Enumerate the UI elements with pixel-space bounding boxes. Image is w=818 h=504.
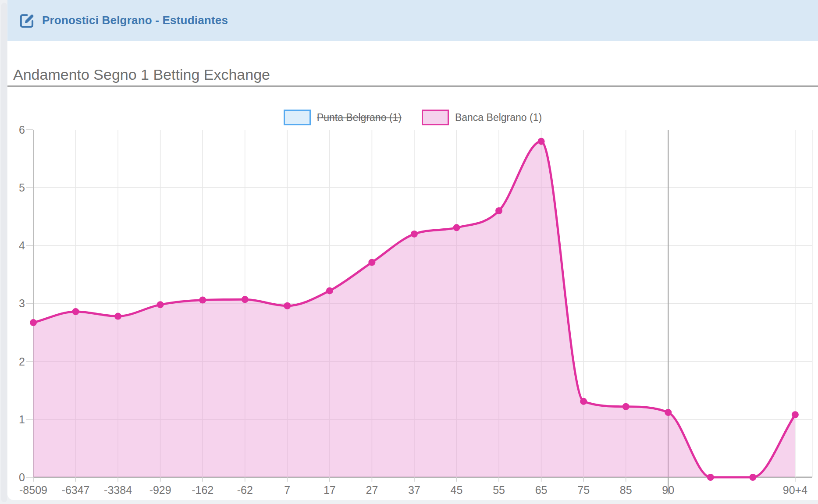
chart-point[interactable] [326,287,333,294]
x-axis-label: 85 [620,484,632,496]
x-axis-label: 17 [324,484,336,496]
chart-point[interactable] [749,474,756,481]
chart-point[interactable] [707,474,714,481]
y-axis-label: 1 [19,413,25,426]
x-axis-label: 7 [284,484,290,496]
chart-point[interactable] [792,411,799,418]
x-axis-label: 55 [493,484,505,496]
chart-point[interactable] [665,409,672,416]
y-axis-label: 0 [19,471,25,483]
y-axis-label: 3 [19,297,25,309]
x-axis-label: -8509 [19,484,47,496]
chart-point[interactable] [538,138,545,145]
x-axis-label: 37 [408,484,420,496]
y-axis-label: 4 [19,239,25,252]
y-axis-label: 6 [19,124,25,136]
x-axis-label: -929 [149,484,171,496]
chart-point[interactable] [114,313,121,320]
x-axis-label: 65 [535,484,548,496]
x-axis-label: -3384 [104,484,132,496]
x-axis-label: -162 [192,484,213,496]
chart-point[interactable] [411,231,418,238]
chart-point[interactable] [495,207,502,214]
chart-point[interactable] [72,308,79,315]
betting-exchange-chart: 0123456-8509-6347-3384-929-162-627172737… [0,0,818,504]
chart-point[interactable] [453,224,460,231]
chart-point[interactable] [580,398,587,405]
chart-point[interactable] [284,302,291,309]
y-axis-label: 2 [19,355,25,368]
x-axis-label: 90 [662,484,674,496]
x-axis-label: 45 [451,484,463,496]
x-axis-label: 90+4 [783,484,807,496]
chart-point[interactable] [157,301,164,308]
chart-point[interactable] [30,319,37,326]
x-axis-label: 27 [366,484,378,496]
x-axis-label: 75 [577,484,590,496]
chart-point[interactable] [199,297,206,304]
chart-point[interactable] [622,403,630,410]
x-axis-label: -62 [237,484,253,496]
y-axis-label: 5 [19,181,25,194]
chart-point[interactable] [242,296,249,303]
chart-point[interactable] [368,259,375,266]
x-axis-label: -6347 [62,484,90,496]
